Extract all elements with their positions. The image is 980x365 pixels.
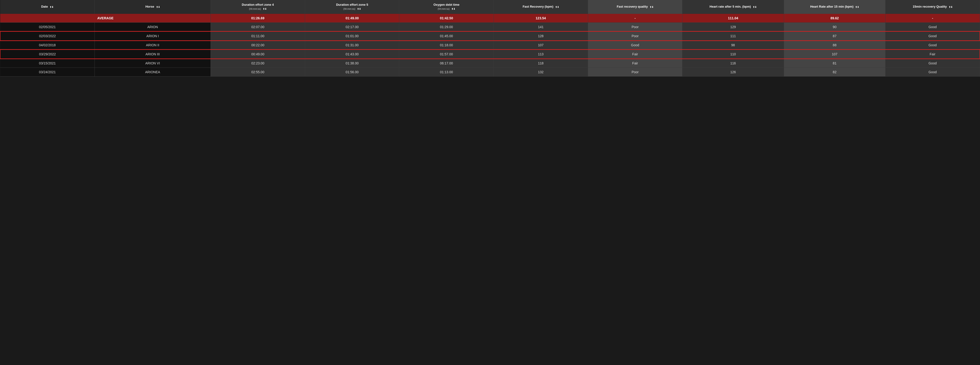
cell-oxygen: 01:18.00	[399, 41, 493, 50]
average-dur4: 01:26.69	[211, 14, 305, 23]
cell-date: 04/02/2018	[0, 41, 94, 50]
table-header-row: Date ⬆⬇ Horse ⬆⬇ Duration effort zone 4 …	[0, 0, 980, 14]
cell-hr5: 129	[682, 22, 784, 32]
average-hr15: 89.62	[784, 14, 886, 23]
col-oxygen-sort[interactable]: ⬆⬇	[451, 7, 455, 11]
cell-date: 03/29/2022	[0, 50, 94, 59]
average-recov15: -	[886, 14, 980, 23]
cell-dur5: 01:56.00	[305, 68, 399, 76]
cell-hr15: 88	[784, 41, 886, 50]
cell-fastrecov: 113	[493, 50, 588, 59]
col-fastrecov-sort[interactable]: ⬆⬇	[555, 5, 559, 9]
cell-oxygen: 01:13.00	[399, 68, 493, 76]
cell-hr5: 111	[682, 32, 784, 41]
col-oxygen-label: Oxygen debt time	[433, 3, 460, 6]
cell-oxygen: 01:45.00	[399, 32, 493, 41]
col-hr5-label: Heart rate after 5 min. (bpm)	[710, 5, 751, 8]
average-label: AVERAGE	[0, 14, 211, 23]
cell-horse: ARION	[94, 22, 210, 32]
col-header-oxygen[interactable]: Oxygen debt time (hh:mm:ss) ⬆⬇	[399, 0, 493, 14]
average-row: AVERAGE 01:26.69 01:49.00 01:42.50 123.5…	[0, 14, 980, 23]
data-table: Date ⬆⬇ Horse ⬆⬇ Duration effort zone 4 …	[0, 0, 980, 76]
average-fastqual: -	[588, 14, 682, 23]
cell-fastqual: Poor	[588, 68, 682, 76]
col-dur4-sublabel: (hh:mm:ss)	[249, 8, 261, 10]
average-fastrecov: 123.54	[493, 14, 588, 23]
table-row[interactable]: 02/05/2021 ARION 02:07.00 02:17.00 01:29…	[0, 22, 980, 32]
cell-recov15: Good	[886, 41, 980, 50]
cell-dur5: 01:38.00	[305, 59, 399, 68]
col-oxygen-sublabel: (hh:mm:ss)	[438, 8, 450, 10]
col-dur5-label: Duration effort zone 5	[336, 3, 368, 6]
average-dur5: 01:49.00	[305, 14, 399, 23]
average-hr5: 111.04	[682, 14, 784, 23]
cell-dur5: 01:31.00	[305, 41, 399, 50]
average-oxygen: 01:42.50	[399, 14, 493, 23]
cell-dur4: 02:55.00	[211, 68, 305, 76]
col-horse-label: Horse	[145, 5, 154, 8]
col-header-dur5[interactable]: Duration effort zone 5 (hh:mm:ss) ⬆⬇	[305, 0, 399, 14]
col-recov15-sort[interactable]: ⬆⬇	[949, 5, 953, 9]
col-dur5-sublabel: (hh:mm:ss)	[344, 8, 355, 10]
cell-recov15: Fair	[886, 50, 980, 59]
col-header-recov15[interactable]: 15min recovery Quality ⬆⬇	[886, 0, 980, 14]
col-header-hr5[interactable]: Heart rate after 5 min. (bpm) ⬆⬇	[682, 0, 784, 14]
cell-hr5: 116	[682, 59, 784, 68]
col-fastqual-label: Fast recovery quality	[617, 5, 648, 8]
table-row[interactable]: 02/03/2022 ARION I 01:11.00 01:01.00 01:…	[0, 32, 980, 41]
cell-date: 02/03/2022	[0, 32, 94, 41]
cell-dur5: 01:01.00	[305, 32, 399, 41]
cell-dur5: 01:43.00	[305, 50, 399, 59]
cell-hr15: 107	[784, 50, 886, 59]
cell-horse: ARION I	[94, 32, 210, 41]
table-row[interactable]: 03/24/2021 ARIONEA 02:55.00 01:56.00 01:…	[0, 68, 980, 76]
col-date-label: Date	[41, 5, 48, 8]
cell-recov15: Good	[886, 68, 980, 76]
col-hr15-sort[interactable]: ⬆⬇	[855, 5, 859, 9]
cell-fastqual: Poor	[588, 22, 682, 32]
col-hr5-sort[interactable]: ⬆⬇	[753, 5, 757, 9]
table-row[interactable]: 04/02/2018 ARION II 00:22.00 01:31.00 01…	[0, 41, 980, 50]
cell-hr15: 90	[784, 22, 886, 32]
cell-recov15: Good	[886, 59, 980, 68]
col-recov15-label: 15min recovery Quality	[913, 5, 947, 8]
col-header-fastqual[interactable]: Fast recovery quality ⬆⬇	[588, 0, 682, 14]
col-fastqual-sort[interactable]: ⬆⬇	[650, 5, 654, 9]
col-header-dur4[interactable]: Duration effort zone 4 (hh:mm:ss) ⬆⬇	[211, 0, 305, 14]
cell-hr15: 87	[784, 32, 886, 41]
col-header-hr15[interactable]: Heart Rate after 15 min (bpm) ⬆⬇	[784, 0, 886, 14]
cell-fastrecov: 128	[493, 32, 588, 41]
col-hr15-label: Heart Rate after 15 min (bpm)	[810, 5, 853, 8]
cell-hr5: 110	[682, 50, 784, 59]
col-dur5-sort[interactable]: ⬆⬇	[357, 7, 361, 11]
cell-dur4: 00:49.00	[211, 50, 305, 59]
cell-fastqual: Poor	[588, 32, 682, 41]
cell-dur5: 02:17.00	[305, 22, 399, 32]
cell-oxygen: 01:29.00	[399, 22, 493, 32]
cell-dur4: 02:23.00	[211, 59, 305, 68]
cell-fastrecov: 107	[493, 41, 588, 50]
cell-date: 03/15/2021	[0, 59, 94, 68]
cell-horse: ARION II	[94, 41, 210, 50]
col-dur4-sort[interactable]: ⬆⬇	[263, 7, 267, 11]
cell-horse: ARION III	[94, 50, 210, 59]
cell-oxygen: 06:17.00	[399, 59, 493, 68]
col-date-sort[interactable]: ⬆⬇	[49, 5, 54, 9]
cell-fastrecov: 141	[493, 22, 588, 32]
col-header-horse[interactable]: Horse ⬆⬇	[94, 0, 210, 14]
cell-dur4: 00:22.00	[211, 41, 305, 50]
col-header-fastrecov[interactable]: Fast Recovery (bpm) ⬆⬇	[493, 0, 588, 14]
cell-hr15: 82	[784, 68, 886, 76]
cell-horse: ARION VI	[94, 59, 210, 68]
cell-fastrecov: 132	[493, 68, 588, 76]
cell-date: 03/24/2021	[0, 68, 94, 76]
col-fastrecov-label: Fast Recovery (bpm)	[523, 5, 554, 8]
cell-hr5: 98	[682, 41, 784, 50]
cell-recov15: Good	[886, 22, 980, 32]
cell-fastqual: Fair	[588, 59, 682, 68]
table-row[interactable]: 03/15/2021 ARION VI 02:23.00 01:38.00 06…	[0, 59, 980, 68]
col-horse-sort[interactable]: ⬆⬇	[156, 5, 160, 9]
table-row[interactable]: 03/29/2022 ARION III 00:49.00 01:43.00 0…	[0, 50, 980, 59]
cell-fastrecov: 118	[493, 59, 588, 68]
col-header-date[interactable]: Date ⬆⬇	[0, 0, 94, 14]
